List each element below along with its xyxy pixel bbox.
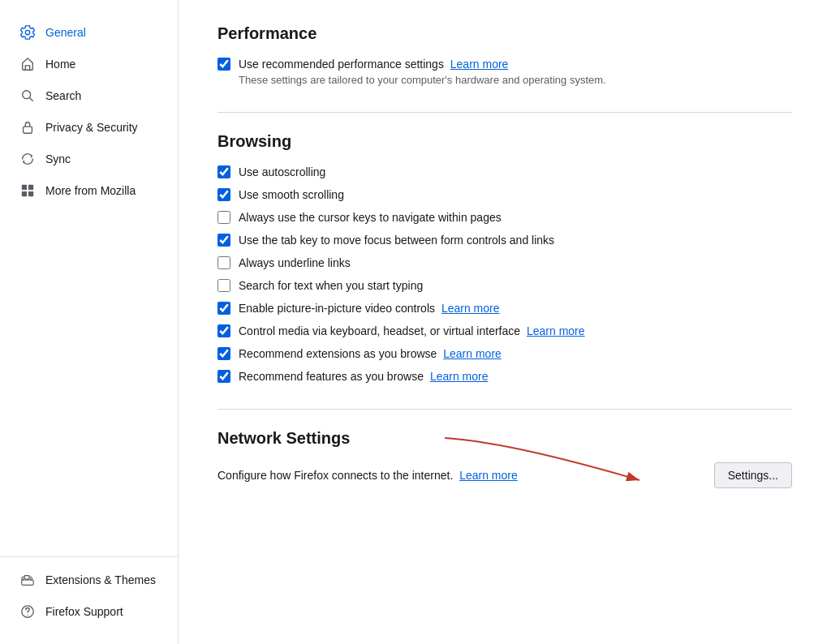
sidebar-item-home[interactable]: Home [6,49,171,79]
pip-label[interactable]: Enable picture-in-picture video controls… [239,302,500,315]
network-description: Configure how Firefox connects to the in… [217,469,518,482]
extrecommend-row: Recommend extensions as you browse Learn… [217,347,792,360]
sidebar-item-mozilla-label: More from Mozilla [45,184,136,197]
svg-point-0 [23,91,31,99]
featrecommend-label[interactable]: Recommend features as you browse Learn m… [239,370,488,383]
tabkey-checkbox[interactable] [217,234,230,247]
network-settings-button[interactable]: Settings... [714,462,792,488]
sidebar-item-home-label: Home [45,58,75,71]
performance-section: Performance Use recommended performance … [217,24,792,86]
sidebar-item-extensions-label: Extensions & Themes [45,573,156,586]
svg-rect-3 [28,185,33,190]
featrecommend-row: Recommend features as you browse Learn m… [217,370,792,383]
sidebar-item-mozilla[interactable]: More from Mozilla [6,175,171,206]
svg-rect-6 [22,580,33,585]
recommended-performance-row: Use recommended performance settings Lea… [217,58,792,71]
smooth-label[interactable]: Use smooth scrolling [239,188,344,201]
extrecommend-checkbox[interactable] [217,347,230,360]
smooth-row: Use smooth scrolling [217,188,792,201]
browsing-title: Browsing [217,132,792,151]
cursor-label[interactable]: Always use the cursor keys to navigate w… [239,211,502,224]
pip-checkbox[interactable] [217,302,230,315]
pip-learn-more[interactable]: Learn more [441,302,500,315]
sidebar-item-extensions[interactable]: Extensions & Themes [6,565,171,595]
network-section: Network Settings Configure how Firefox c… [217,429,792,488]
pip-row: Enable picture-in-picture video controls… [217,302,792,315]
performance-title: Performance [217,24,792,43]
recommended-performance-checkbox[interactable] [217,58,230,71]
network-settings-row: Configure how Firefox connects to the in… [217,462,792,488]
media-label[interactable]: Control media via keyboard, headset, or … [239,324,585,337]
sidebar-item-search-label: Search [45,89,81,102]
searchtext-checkbox[interactable] [217,279,230,292]
cursor-checkbox[interactable] [217,211,230,224]
sync-icon [19,151,36,167]
autoscroll-checkbox[interactable] [217,165,230,178]
network-settings-container: Configure how Firefox connects to the in… [217,462,792,488]
recommended-performance-label[interactable]: Use recommended performance settings Lea… [239,58,508,71]
divider-performance-browsing [217,112,792,113]
lock-icon [19,119,36,135]
sidebar-item-support[interactable]: Firefox Support [6,596,171,627]
sidebar-item-sync[interactable]: Sync [6,144,171,174]
divider-browsing-network [217,409,792,410]
searchtext-label[interactable]: Search for text when you start typing [239,279,423,292]
performance-subtext: These settings are tailored to your comp… [239,74,792,86]
svg-point-8 [27,614,28,615]
sidebar: General Home Search [0,0,179,644]
tabkey-row: Use the tab key to move focus between fo… [217,234,792,247]
autoscroll-label[interactable]: Use autoscrolling [239,165,325,178]
sidebar-item-search[interactable]: Search [6,80,171,111]
sidebar-item-privacy[interactable]: Privacy & Security [6,112,171,143]
svg-rect-1 [24,127,32,133]
extrecommend-learn-more[interactable]: Learn more [443,347,502,360]
sidebar-item-general[interactable]: General [6,17,171,48]
svg-rect-5 [28,191,33,196]
browsing-section: Browsing Use autoscrolling Use smooth sc… [217,132,792,383]
extrecommend-label[interactable]: Recommend extensions as you browse Learn… [239,347,502,360]
sidebar-item-sync-label: Sync [45,152,71,165]
smooth-checkbox[interactable] [217,188,230,201]
extensions-icon [19,572,36,588]
home-icon [19,56,36,72]
performance-learn-more[interactable]: Learn more [450,58,509,71]
underline-checkbox[interactable] [217,256,230,269]
underline-label[interactable]: Always underline links [239,256,351,269]
main-content: Performance Use recommended performance … [179,0,831,644]
svg-rect-2 [22,185,27,190]
sidebar-main: General Home Search [0,16,178,556]
search-icon [19,88,36,104]
media-row: Control media via keyboard, headset, or … [217,324,792,337]
underline-row: Always underline links [217,256,792,269]
cursor-row: Always use the cursor keys to navigate w… [217,211,792,224]
sidebar-item-general-label: General [45,26,86,39]
media-learn-more[interactable]: Learn more [527,324,585,337]
sidebar-bottom: Extensions & Themes Firefox Support [0,556,178,628]
mozilla-icon [19,182,36,199]
media-checkbox[interactable] [217,324,230,337]
featrecommend-checkbox[interactable] [217,370,230,383]
network-title: Network Settings [217,429,792,448]
autoscroll-row: Use autoscrolling [217,165,792,178]
searchtext-row: Search for text when you start typing [217,279,792,292]
tabkey-label[interactable]: Use the tab key to move focus between fo… [239,234,554,247]
svg-rect-4 [22,191,27,196]
network-learn-more[interactable]: Learn more [459,469,518,482]
help-icon [19,603,36,620]
featrecommend-learn-more[interactable]: Learn more [430,370,489,383]
sidebar-item-support-label: Firefox Support [45,605,123,618]
gear-icon [19,24,36,41]
sidebar-item-privacy-label: Privacy & Security [45,121,138,134]
